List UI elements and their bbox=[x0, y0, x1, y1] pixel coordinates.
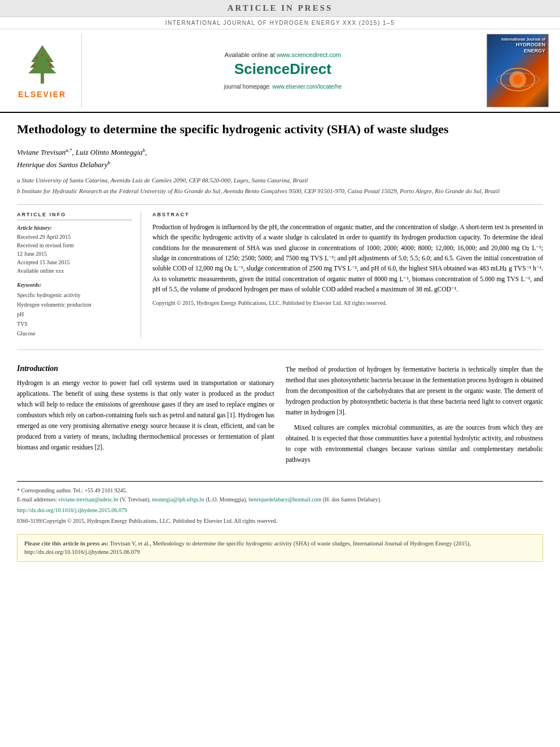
article-info-column: ARTICLE INFO Article history: Received 2… bbox=[17, 212, 141, 338]
journal-header-line: INTERNATIONAL JOURNAL OF HYDROGEN ENERGY… bbox=[0, 17, 560, 29]
email1-name: (V. Trevisan), bbox=[120, 496, 151, 503]
sciencedirect-brand: ScienceDirect bbox=[234, 60, 331, 78]
svg-point-5 bbox=[47, 59, 49, 62]
keyword-4: TVS bbox=[17, 319, 132, 329]
introduction-section: Introduction Hydrogen is an energy vecto… bbox=[17, 364, 543, 470]
author2-sup: b bbox=[143, 147, 146, 153]
abstract-section-title: ABSTRACT bbox=[152, 212, 543, 217]
abstract-text: Production of hydrogen is influenced by … bbox=[152, 222, 543, 295]
email-1[interactable]: viviane.trevisan@udesc.br bbox=[58, 496, 118, 503]
author3-name: Henrique dos Santos Delabary bbox=[17, 160, 108, 169]
abstract-column: ABSTRACT Production of hydrogen is influ… bbox=[152, 212, 543, 338]
elsevier-tree-logo bbox=[20, 42, 65, 88]
email-addresses: E-mail addresses: viviane.trevisan@udesc… bbox=[17, 495, 543, 504]
footer-copyright: 0360-3199/Copyright © 2015, Hydrogen Ene… bbox=[17, 517, 543, 526]
journal-homepage-label: journal homepage: bbox=[224, 84, 271, 90]
keyword-2: Hydrogen volumetric production bbox=[17, 300, 132, 309]
keywords-section: Keywords: Specific hydrogenic activity H… bbox=[17, 282, 132, 338]
top-header: ELSEVIER Available online at www.science… bbox=[0, 29, 560, 113]
email-2[interactable]: montegia@iph.ufrgs.br bbox=[152, 496, 204, 503]
available-online-label: Available online at bbox=[225, 51, 275, 58]
citation-box: Please cite this article in press as: Tr… bbox=[17, 534, 543, 562]
author2-name: Luiz Olinto Monteggia bbox=[76, 148, 142, 156]
center-header: Available online at www.sciencedirect.co… bbox=[88, 34, 478, 107]
paper-title: Methodology to determine the specific hy… bbox=[17, 121, 543, 138]
svg-point-6 bbox=[33, 65, 35, 67]
authors-line: Viviane Trevisana,*, Luiz Olinto Montegg… bbox=[17, 146, 543, 171]
svg-rect-0 bbox=[41, 73, 44, 84]
divider-2 bbox=[17, 350, 543, 350]
intro-para2-3: The method of production of hydrogen by … bbox=[286, 364, 543, 465]
corresponding-author: * Corresponding author. Tel.: +55 49 210… bbox=[17, 486, 543, 495]
affiliation-a: a State University of Santa Catarina, Av… bbox=[17, 176, 543, 185]
intro-right-column: The method of production of hydrogen by … bbox=[286, 364, 543, 470]
author3-sup: b bbox=[108, 160, 111, 165]
journal-cover-title: International Journal of HYDROGENENERGY bbox=[501, 37, 545, 54]
author1-name: Viviane Trevisan bbox=[17, 148, 65, 156]
intro-paragraph-3: Mixed cultures are complex microbial com… bbox=[286, 422, 543, 465]
please-cite-label: Please cite this article in press as: bbox=[24, 540, 108, 547]
keywords-label: Keywords: bbox=[17, 282, 132, 288]
paper-content: Methodology to determine the specific hy… bbox=[0, 113, 560, 570]
svg-point-8 bbox=[41, 54, 43, 56]
received-date: Received 29 April 2015 bbox=[17, 233, 132, 241]
intro-paragraph-2: The method of production of hydrogen by … bbox=[286, 364, 543, 418]
article-history: Article history: Received 29 April 2015 … bbox=[17, 225, 132, 275]
intro-para1: Hydrogen is an energy vector to power fu… bbox=[17, 378, 274, 453]
introduction-heading: Introduction bbox=[17, 364, 274, 373]
email2-name: (L.O. Monteggia), bbox=[206, 496, 247, 503]
doi-link[interactable]: http://dx.doi.org/10.1016/j.ijhydene.201… bbox=[17, 506, 543, 515]
keyword-1: Specific hydrogenic activity bbox=[17, 290, 132, 300]
sciencedirect-url[interactable]: www.sciencedirect.com bbox=[277, 51, 341, 58]
abstract-copyright: Copyright © 2015, Hydrogen Energy Public… bbox=[152, 299, 543, 307]
available-online: Available online xxx bbox=[17, 267, 132, 275]
email-3[interactable]: henriquedelabary@hotmail.com bbox=[249, 496, 322, 503]
intro-left-column: Introduction Hydrogen is an energy vecto… bbox=[17, 364, 274, 470]
divider-1 bbox=[17, 204, 543, 205]
journal-cover-area: International Journal of HYDROGENENERGY bbox=[484, 34, 552, 107]
elsevier-brand: ELSEVIER bbox=[18, 90, 66, 99]
keyword-3: pH bbox=[17, 309, 132, 319]
journal-cover-graphic bbox=[492, 57, 543, 97]
author1-sup: a,* bbox=[65, 147, 72, 153]
svg-point-7 bbox=[50, 64, 52, 66]
affiliations: a State University of Santa Catarina, Av… bbox=[17, 176, 543, 196]
article-in-press-banner: ARTICLE IN PRESS bbox=[0, 0, 560, 17]
keyword-5: Glucose bbox=[17, 329, 132, 338]
history-label: Article history: bbox=[17, 225, 132, 231]
article-info-section-title: ARTICLE INFO bbox=[17, 212, 132, 220]
journal-homepage: journal homepage: www.elsevier.com/locat… bbox=[224, 84, 342, 90]
revised-label: Received in revised form bbox=[17, 241, 132, 250]
email3-name: (H. dos Santos Delabary). bbox=[323, 496, 382, 503]
accepted-date: Accepted 15 June 2015 bbox=[17, 258, 132, 267]
svg-point-11 bbox=[513, 75, 522, 84]
article-info-abstract-section: ARTICLE INFO Article history: Received 2… bbox=[17, 212, 543, 338]
affiliation-b: b Institute for Hydraulic Research at th… bbox=[17, 186, 543, 196]
footer-notes: * Corresponding author. Tel.: +55 49 210… bbox=[17, 481, 543, 526]
email-label: E-mail addresses: bbox=[17, 496, 57, 503]
available-online-text: Available online at www.sciencedirect.co… bbox=[225, 51, 341, 58]
svg-point-4 bbox=[36, 57, 38, 59]
journal-homepage-url[interactable]: www.elsevier.com/locate/he bbox=[272, 84, 342, 90]
journal-cover-image: International Journal of HYDROGENENERGY bbox=[487, 34, 549, 107]
elsevier-logo-area: ELSEVIER bbox=[8, 34, 82, 107]
revised-date: 12 June 2015 bbox=[17, 250, 132, 258]
intro-paragraph-1: Hydrogen is an energy vector to power fu… bbox=[17, 378, 274, 453]
